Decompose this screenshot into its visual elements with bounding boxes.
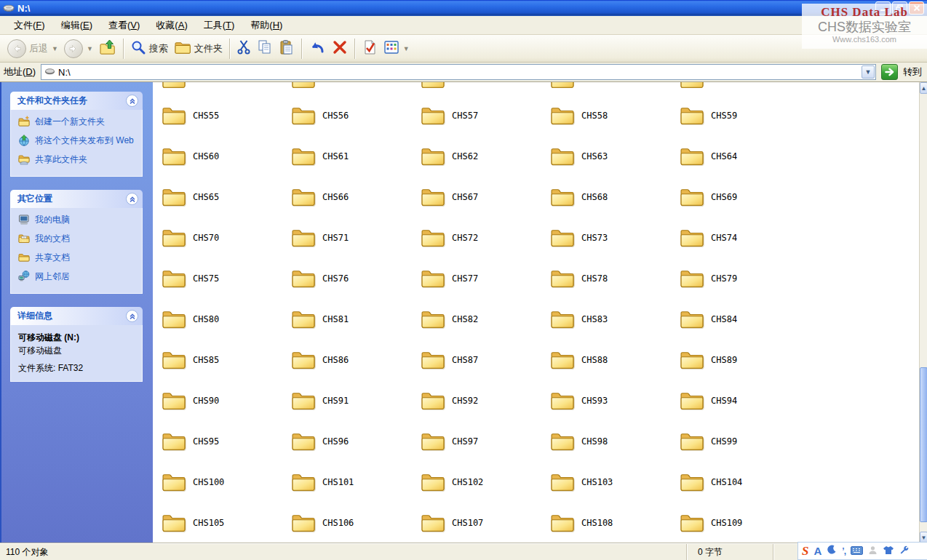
file-task-link[interactable]: 创建一个新文件夹 bbox=[35, 116, 105, 127]
folder-item[interactable]: CHS73 bbox=[550, 217, 680, 258]
other-place-item[interactable]: 网上邻居 bbox=[18, 271, 139, 285]
other-place-link[interactable]: 网上邻居 bbox=[35, 271, 70, 282]
folder-item[interactable]: CHS80 bbox=[162, 299, 291, 340]
folder-item[interactable]: CHS61 bbox=[291, 136, 421, 177]
collapse-chevron-icon[interactable] bbox=[126, 193, 138, 205]
menu-item-e[interactable]: 编辑(E) bbox=[53, 17, 100, 34]
undo-button[interactable] bbox=[306, 38, 329, 59]
folder-item[interactable]: CHS90 bbox=[162, 380, 291, 421]
panel-other-places-header[interactable]: 其它位置 bbox=[10, 190, 143, 208]
folder-item[interactable]: CHS85 bbox=[162, 340, 291, 380]
other-place-link[interactable]: 共享文档 bbox=[35, 252, 70, 263]
other-place-item[interactable]: 共享文档 bbox=[18, 252, 139, 266]
other-place-item[interactable]: 我的文档 bbox=[18, 233, 139, 247]
menu-item-a[interactable]: 收藏(A) bbox=[148, 17, 195, 34]
views-dropdown-icon[interactable]: ▼ bbox=[403, 45, 410, 52]
skin-shirt-icon[interactable] bbox=[883, 545, 894, 558]
collapse-chevron-icon[interactable] bbox=[126, 95, 138, 107]
folder-item[interactable]: CHS106 bbox=[291, 503, 421, 543]
folder-item[interactable]: CHS76 bbox=[291, 258, 421, 299]
scroll-up-button[interactable]: ▲ bbox=[920, 82, 927, 94]
folder-item[interactable]: CHS75 bbox=[162, 258, 291, 299]
other-place-link[interactable]: 我的文档 bbox=[35, 233, 70, 244]
folder-item[interactable]: CHS104 bbox=[680, 462, 809, 503]
folder-item[interactable]: CHS77 bbox=[421, 258, 550, 299]
back-button[interactable]: 后退 ▼ bbox=[4, 38, 61, 60]
folder-item[interactable]: CHS82 bbox=[421, 299, 550, 340]
folder-item[interactable]: CHS59 bbox=[680, 95, 809, 136]
folder-item[interactable]: CHS84 bbox=[680, 299, 809, 340]
file-task-item[interactable]: 共享此文件夹 bbox=[18, 154, 139, 168]
menu-item-h[interactable]: 帮助(H) bbox=[242, 17, 290, 34]
folder-item[interactable]: CHS71 bbox=[291, 217, 421, 258]
folder-item[interactable]: CHS91 bbox=[291, 380, 421, 421]
clipped-folder-icon[interactable] bbox=[162, 82, 186, 89]
folder-item[interactable]: CHS86 bbox=[291, 340, 421, 380]
forward-dropdown-icon[interactable]: ▼ bbox=[87, 45, 93, 52]
folder-item[interactable]: CHS96 bbox=[291, 421, 421, 462]
folders-button[interactable]: 文件夹 bbox=[171, 38, 226, 59]
folder-item[interactable]: CHS108 bbox=[550, 503, 680, 543]
folder-item[interactable]: CHS89 bbox=[680, 340, 809, 380]
folder-item[interactable]: CHS102 bbox=[421, 462, 550, 503]
forward-button[interactable]: ▼ bbox=[61, 38, 96, 60]
folder-item[interactable]: CHS105 bbox=[162, 503, 291, 543]
folder-item[interactable]: CHS74 bbox=[680, 217, 809, 258]
other-place-link[interactable]: 我的电脑 bbox=[35, 215, 70, 225]
folder-item[interactable]: CHS81 bbox=[291, 299, 421, 340]
folder-item[interactable]: CHS93 bbox=[550, 380, 680, 421]
clipped-folder-icon[interactable] bbox=[291, 82, 316, 89]
file-task-link[interactable]: 共享此文件夹 bbox=[35, 154, 87, 165]
folder-item[interactable]: CHS67 bbox=[421, 177, 550, 217]
folder-item[interactable]: CHS62 bbox=[421, 136, 550, 177]
folder-item[interactable]: CHS60 bbox=[162, 136, 291, 177]
address-input[interactable]: N:\ ▼ bbox=[41, 64, 876, 80]
panel-details-header[interactable]: 详细信息 bbox=[10, 307, 143, 325]
views-button[interactable]: ▼ bbox=[381, 39, 413, 58]
address-dropdown-button[interactable]: ▼ bbox=[862, 65, 875, 79]
sogou-logo-icon[interactable]: S bbox=[802, 544, 808, 559]
folder-item[interactable]: CHS69 bbox=[680, 177, 809, 217]
clipped-folder-icon[interactable] bbox=[550, 82, 575, 89]
folder-item[interactable]: CHS65 bbox=[162, 177, 291, 217]
folder-item[interactable]: CHS63 bbox=[550, 136, 680, 177]
scrollbar-thumb[interactable] bbox=[920, 367, 927, 522]
folder-view[interactable]: CHS55 CHS56 CHS57 CHS58 CHS59 CHS60 CHS6… bbox=[153, 82, 919, 543]
menu-item-f[interactable]: 文件(F) bbox=[6, 17, 53, 34]
go-button[interactable] bbox=[881, 64, 898, 80]
folder-item[interactable]: CHS99 bbox=[680, 421, 809, 462]
file-task-item[interactable]: 将这个文件夹发布到 Web bbox=[18, 135, 139, 149]
folder-item[interactable]: CHS101 bbox=[291, 462, 421, 503]
file-task-item[interactable]: 创建一个新文件夹 bbox=[18, 116, 139, 130]
vertical-scrollbar[interactable]: ▲ ▼ bbox=[919, 82, 927, 543]
go-label[interactable]: 转到 bbox=[903, 65, 922, 79]
folder-item[interactable]: CHS70 bbox=[162, 217, 291, 258]
folder-item[interactable]: CHS66 bbox=[291, 177, 421, 217]
lang-toggle-icon[interactable]: A bbox=[813, 545, 821, 557]
folder-item[interactable]: CHS92 bbox=[421, 380, 550, 421]
folder-item[interactable]: CHS87 bbox=[421, 340, 550, 380]
folder-item[interactable]: CHS83 bbox=[550, 299, 680, 340]
copy-button[interactable] bbox=[254, 38, 276, 59]
punctuation-icon[interactable]: ’, bbox=[842, 546, 846, 556]
folder-item[interactable]: CHS88 bbox=[550, 340, 680, 380]
folder-item[interactable]: CHS95 bbox=[162, 421, 291, 462]
folder-item[interactable]: CHS72 bbox=[421, 217, 550, 258]
folder-item[interactable]: CHS100 bbox=[162, 462, 291, 503]
folder-item[interactable]: CHS97 bbox=[421, 421, 550, 462]
folder-item[interactable]: CHS109 bbox=[680, 503, 809, 543]
cut-button[interactable] bbox=[234, 38, 254, 59]
folder-item[interactable]: CHS79 bbox=[680, 258, 809, 299]
folder-item[interactable]: CHS94 bbox=[680, 380, 809, 421]
folder-item[interactable]: CHS103 bbox=[550, 462, 680, 503]
file-task-link[interactable]: 将这个文件夹发布到 Web bbox=[35, 135, 134, 146]
folder-item[interactable]: CHS57 bbox=[421, 95, 550, 136]
tools-wrench-icon[interactable] bbox=[899, 545, 909, 558]
account-person-icon[interactable] bbox=[868, 545, 878, 558]
menu-item-v[interactable]: 查看(V) bbox=[100, 17, 148, 34]
menu-item-t[interactable]: 工具(T) bbox=[196, 17, 243, 34]
clipped-folder-icon[interactable] bbox=[680, 82, 704, 89]
folder-item[interactable]: CHS68 bbox=[550, 177, 680, 217]
clipped-folder-icon[interactable] bbox=[421, 82, 445, 89]
folder-item[interactable]: CHS64 bbox=[680, 136, 809, 177]
